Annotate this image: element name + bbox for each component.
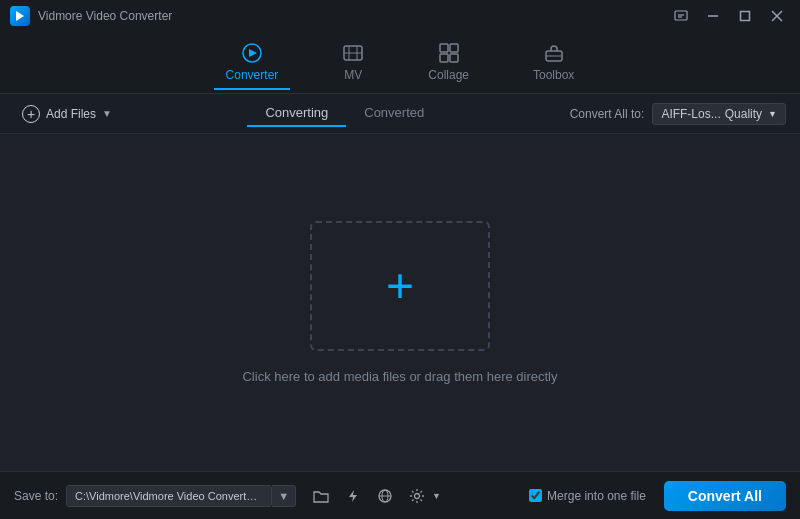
format-label: AIFF-Los... (661, 107, 720, 121)
toolbox-icon (543, 42, 565, 64)
svg-marker-0 (16, 11, 24, 21)
minimize-button[interactable] (700, 6, 726, 26)
drop-zone[interactable]: + (310, 221, 490, 351)
app-logo (10, 6, 30, 26)
title-bar: Vidmore Video Converter (0, 0, 800, 32)
svg-rect-15 (450, 44, 458, 52)
tab-toolbox[interactable]: Toolbox (521, 36, 586, 90)
save-to-label: Save to: (14, 489, 58, 503)
restore-button[interactable] (732, 6, 758, 26)
tab-converter-label: Converter (226, 68, 279, 82)
svg-marker-9 (249, 49, 257, 57)
tab-collage-label: Collage (428, 68, 469, 82)
tab-toolbox-label: Toolbox (533, 68, 574, 82)
open-folder-button[interactable] (308, 483, 334, 509)
drop-zone-plus-icon: + (386, 262, 414, 310)
sub-tab-group: Converting Converted (130, 100, 560, 127)
merge-checkbox-label[interactable]: Merge into one file (529, 489, 646, 503)
sub-tab-converted[interactable]: Converted (346, 100, 442, 127)
path-dropdown-arrow-icon[interactable]: ▼ (272, 485, 296, 507)
title-bar-left: Vidmore Video Converter (10, 6, 172, 26)
tab-mv-label: MV (344, 68, 362, 82)
app-title-text: Vidmore Video Converter (38, 9, 172, 23)
merge-checkbox[interactable] (529, 489, 542, 502)
svg-point-24 (415, 493, 420, 498)
tab-converter[interactable]: Converter (214, 36, 291, 90)
drop-hint-text: Click here to add media files or drag th… (242, 369, 557, 384)
bottom-icon-group: ▼ (308, 483, 441, 509)
svg-rect-16 (440, 54, 448, 62)
format-dropdown[interactable]: AIFF-Los... Quality ▼ (652, 103, 786, 125)
flash-button[interactable] (340, 483, 366, 509)
svg-rect-14 (440, 44, 448, 52)
add-files-arrow-icon: ▼ (102, 108, 112, 119)
add-files-button[interactable]: + Add Files ▼ (14, 101, 120, 127)
converter-icon (241, 42, 263, 64)
msgbox-icon-btn[interactable] (668, 6, 694, 26)
svg-rect-5 (741, 12, 750, 21)
format-dropdown-arrow-icon: ▼ (768, 109, 777, 119)
nav-bar: Converter MV Collage (0, 32, 800, 94)
settings-button[interactable] (404, 483, 430, 509)
bottom-bar: Save to: C:\Vidmore\Vidmore Video Conver… (0, 471, 800, 519)
convert-all-to-area: Convert All to: AIFF-Los... Quality ▼ (570, 103, 786, 125)
globe-button[interactable] (372, 483, 398, 509)
sub-tab-converting[interactable]: Converting (247, 100, 346, 127)
tab-collage[interactable]: Collage (416, 36, 481, 90)
svg-rect-17 (450, 54, 458, 62)
convert-all-button[interactable]: Convert All (664, 481, 786, 511)
settings-dropdown-arrow-icon: ▼ (432, 491, 441, 501)
sub-toolbar: + Add Files ▼ Converting Converted Conve… (0, 94, 800, 134)
tab-mv[interactable]: MV (330, 36, 376, 90)
main-content: + Click here to add media files or drag … (0, 134, 800, 471)
mv-icon (342, 42, 364, 64)
title-bar-controls (668, 6, 790, 26)
quality-label: Quality (725, 107, 762, 121)
add-files-label: Add Files (46, 107, 96, 121)
convert-all-to-label: Convert All to: (570, 107, 645, 121)
close-button[interactable] (764, 6, 790, 26)
merge-label-text: Merge into one file (547, 489, 646, 503)
collage-icon (438, 42, 460, 64)
svg-marker-20 (349, 490, 357, 502)
save-path-input[interactable]: C:\Vidmore\Vidmore Video Converter\Conve… (66, 485, 272, 507)
add-files-plus-icon: + (22, 105, 40, 123)
